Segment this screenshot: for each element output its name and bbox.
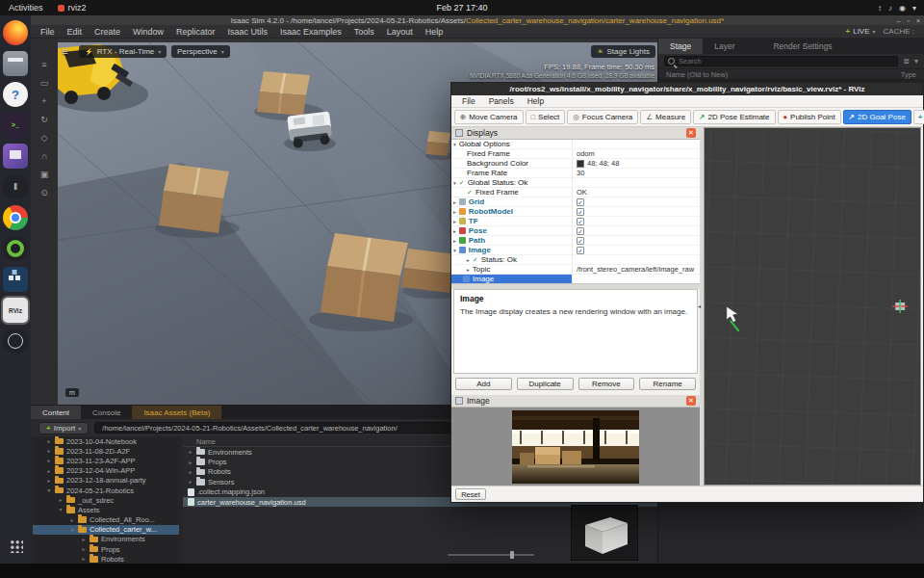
help-icon[interactable]: ? xyxy=(3,82,28,107)
tab-content[interactable]: Content xyxy=(31,406,81,419)
image-panel-header[interactable]: Image ✕ xyxy=(451,395,700,407)
tool-measure[interactable]: ∠ Measure xyxy=(640,110,691,124)
stage-search-input[interactable] xyxy=(664,56,898,66)
capture-tool-icon[interactable]: ▣ xyxy=(40,170,49,179)
row-background-color[interactable]: ✓ Background Color ✓ 48; 48; 48 xyxy=(451,159,700,169)
image-viewer-icon[interactable] xyxy=(3,144,28,169)
move-tool-icon[interactable]: + xyxy=(41,96,46,106)
folder-tree-item[interactable]: ▸ 2023-11-08-2D-A2F xyxy=(33,446,179,456)
row-image-topic[interactable]: ▸ ✓ Topic ✓ /front_stereo_camera/left/im… xyxy=(451,265,700,275)
property-value[interactable]: 30 xyxy=(577,169,584,177)
maximize-button[interactable]: ▫ xyxy=(907,17,909,24)
row-global-status[interactable]: ▾ ✓ Global Status: Ok ✓ xyxy=(451,178,700,188)
network-icon[interactable]: ↕ xyxy=(878,4,882,13)
menu-item[interactable]: Help xyxy=(521,96,551,106)
enabled-checkbox[interactable]: ✓ xyxy=(577,247,584,254)
menu-item[interactable]: Edit xyxy=(67,27,83,37)
expander-icon[interactable]: ▸ xyxy=(188,460,193,465)
folder-tree-item[interactable]: ▾ 2024-05-21-Robotics xyxy=(33,486,179,495)
tool-select[interactable]: □ Select xyxy=(526,110,566,124)
render-settings-tab[interactable]: Render Settings xyxy=(761,39,843,54)
viewport-menu-icon[interactable]: ≡ xyxy=(41,60,46,69)
row-global-options[interactable]: ▾ ✓ Global Options ✓ xyxy=(451,140,700,149)
tool-2d-pose-estimate[interactable]: ↗ 2D Pose Estimate xyxy=(693,110,775,124)
chrome-icon[interactable] xyxy=(3,205,28,230)
property-value[interactable]: odom xyxy=(577,149,595,158)
terminal-icon[interactable]: >_ xyxy=(3,113,28,138)
select-tool-icon[interactable]: ▭ xyxy=(40,78,49,88)
viewport-settings-icon[interactable]: ⊙ xyxy=(40,188,48,197)
rotate-tool-icon[interactable]: ↻ xyxy=(40,115,48,124)
thumbnail-size-slider[interactable] xyxy=(448,550,534,560)
live-badge[interactable]: +LIVE▾ xyxy=(846,27,876,36)
viewport-menu-icon[interactable]: ≡ xyxy=(63,46,68,57)
duplicate-display-button[interactable]: Duplicate xyxy=(517,378,574,390)
row-image[interactable]: ▾ ✓ Image ✓ xyxy=(451,246,700,255)
expander-icon[interactable]: ▸ xyxy=(81,537,87,542)
renderer-selector[interactable]: ⚡ RTX - Real-Time▾ xyxy=(79,45,167,58)
usd-thumbnail[interactable] xyxy=(571,505,638,561)
menu-item[interactable]: Isaac Examples xyxy=(280,27,342,37)
enabled-checkbox[interactable]: ✓ xyxy=(577,218,584,225)
expander-icon[interactable]: ▸ xyxy=(46,448,52,454)
tool-focus-camera[interactable]: ◎ Focus Camera xyxy=(567,110,638,124)
tool-move-camera[interactable]: ⊕ Move Camera xyxy=(454,110,524,124)
expander-icon[interactable]: ▸ xyxy=(188,479,193,485)
close-panel-icon[interactable]: ✕ xyxy=(686,128,696,138)
row-grid[interactable]: ▸ ✓ Grid ✓ xyxy=(451,197,700,207)
tab-layer[interactable]: Layer xyxy=(703,39,746,54)
add-tool-button[interactable]: + xyxy=(913,110,924,124)
tab-stage[interactable]: Stage xyxy=(658,39,703,54)
expander-icon[interactable]: ▸ xyxy=(46,458,52,463)
expander-icon[interactable]: ▸ xyxy=(81,556,87,562)
stage-lights-button[interactable]: ☀ Stage Lights xyxy=(591,45,655,58)
containers-icon[interactable] xyxy=(3,267,28,292)
expander-icon[interactable]: ▾ xyxy=(453,142,456,147)
menu-item[interactable]: Create xyxy=(94,27,120,37)
folder-tree-item[interactable]: ▸ 2023-12-04-Win-APP xyxy=(33,466,179,476)
folder-tree-item[interactable]: ▸ 2023-10-04-Notebook xyxy=(33,436,179,446)
isaac-titlebar[interactable]: Isaac Sim 4.2.0 - /home/lancel/Projects/… xyxy=(31,15,924,25)
app-grid-icon[interactable] xyxy=(3,533,28,558)
property-value[interactable]: /front_stereo_camera/left/image_raw xyxy=(577,265,694,274)
clock[interactable]: Feb 27 17:40 xyxy=(436,3,487,13)
options-chevron-icon[interactable]: ▾ xyxy=(914,57,918,66)
folder-tree-item[interactable]: ▾ Assets xyxy=(33,505,179,514)
enabled-checkbox[interactable]: ✓ xyxy=(577,237,584,245)
menu-item[interactable]: Help xyxy=(425,27,444,37)
volume-icon[interactable]: ♪ xyxy=(888,4,892,13)
splitter-collapse-icon[interactable]: ◂ xyxy=(698,302,701,309)
property-value[interactable]: 48; 48; 48 xyxy=(587,159,619,168)
stage-name-column[interactable]: Name (Old to New) xyxy=(666,70,728,79)
row-tf[interactable]: ▸ ✓ TF ✓ xyxy=(451,217,700,226)
close-button[interactable]: × xyxy=(916,17,920,24)
folder-tree-item[interactable]: ▸ 2023-11-23-A2F-APP xyxy=(33,456,179,465)
expander-icon[interactable]: ▸ xyxy=(46,468,52,474)
minimize-button[interactable]: – xyxy=(897,17,901,24)
expander-icon[interactable]: ▸ xyxy=(453,238,456,244)
enabled-checkbox[interactable]: ✓ xyxy=(577,227,584,235)
tab-isaac-assets[interactable]: Isaac Assets (Beta) xyxy=(132,406,221,419)
expander-icon[interactable]: ▾ xyxy=(453,180,456,186)
record-icon[interactable]: ◉ xyxy=(899,4,906,13)
expander-icon[interactable]: ▸ xyxy=(453,228,456,234)
row-fixed-frame[interactable]: ✓ Fixed Frame ✓ odom xyxy=(451,149,700,159)
folder-tree-item[interactable]: ▾ Collected_carter_w... xyxy=(33,525,179,535)
delivery-robot[interactable] xyxy=(284,111,336,151)
expander-icon[interactable]: ▾ xyxy=(69,527,75,533)
row-status-fixed-frame[interactable]: ✓ Fixed Frame ✓ OK xyxy=(451,188,700,197)
tool-publish-point[interactable]: ● Publish Point xyxy=(778,110,841,124)
menu-item[interactable]: Window xyxy=(133,27,164,37)
menu-item[interactable]: Replicator xyxy=(176,27,216,37)
expander-icon[interactable]: ▸ xyxy=(46,478,52,484)
menu-item[interactable]: File xyxy=(40,27,55,37)
close-panel-icon[interactable]: ✕ xyxy=(686,396,696,406)
files-icon[interactable] xyxy=(3,51,28,76)
property-value[interactable]: OK xyxy=(577,188,587,197)
enabled-checkbox[interactable]: ✓ xyxy=(577,198,584,206)
green-app-icon[interactable] xyxy=(3,236,28,261)
folder-tree-item[interactable]: ▸ Props xyxy=(33,544,179,554)
camera-selector[interactable]: Perspective▾ xyxy=(171,45,230,58)
tray-chevron-icon[interactable]: ▾ xyxy=(912,4,916,13)
row-pose[interactable]: ▸ ✓ Pose ✓ xyxy=(451,226,700,236)
